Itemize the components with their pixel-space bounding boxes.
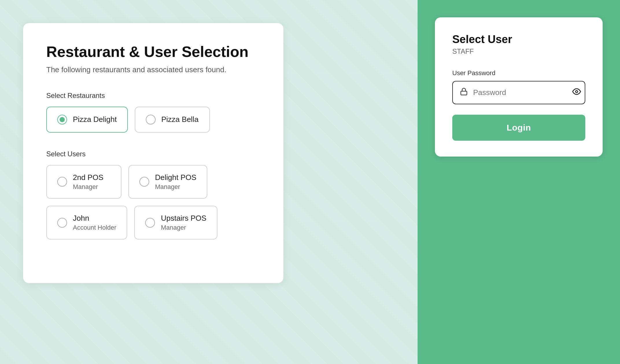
user-role-2nd-pos: Manager [73, 183, 104, 191]
user-info-delight-pos: Delight POS Manager [155, 173, 196, 191]
user-name-upstairs-pos: Upstairs POS [161, 214, 206, 223]
users-section-label: Select Users [46, 150, 260, 158]
login-card: Select User STAFF User Password Login [435, 17, 603, 157]
svg-rect-0 [461, 91, 467, 95]
selection-card: Restaurant & User Selection The followin… [23, 23, 283, 283]
user-option-delight-pos[interactable]: Delight POS Manager [128, 165, 207, 199]
users-grid: 2nd POS Manager Delight POS Manager John… [46, 165, 260, 239]
user-name-delight-pos: Delight POS [155, 173, 196, 182]
lock-icon [460, 88, 468, 98]
user-info-upstairs-pos: Upstairs POS Manager [161, 214, 206, 231]
radio-circle-pizza-delight [57, 115, 67, 125]
login-button[interactable]: Login [452, 115, 585, 141]
radio-circle-delight-pos [139, 177, 149, 187]
radio-circle-pizza-bella [146, 115, 156, 125]
user-name-john: John [73, 214, 116, 223]
password-input[interactable] [473, 88, 567, 97]
user-option-2nd-pos[interactable]: 2nd POS Manager [46, 165, 121, 199]
radio-circle-upstairs-pos [145, 218, 155, 228]
user-role-upstairs-pos: Manager [161, 224, 206, 231]
password-label: User Password [452, 69, 585, 77]
restaurant-option-pizza-delight[interactable]: Pizza Delight [46, 107, 128, 133]
user-option-john[interactable]: John Account Holder [46, 206, 127, 239]
eye-icon[interactable] [572, 87, 581, 98]
page-title: Restaurant & User Selection [46, 43, 260, 61]
select-user-title: Select User [452, 33, 585, 46]
page-subtitle: The following restaurants and associated… [46, 65, 260, 74]
restaurant-name-pizza-bella: Pizza Bella [161, 115, 199, 124]
user-name-2nd-pos: 2nd POS [73, 173, 104, 182]
restaurants-section-label: Select Restaurants [46, 92, 260, 100]
user-role-john: Account Holder [73, 224, 116, 231]
user-info-john: John Account Holder [73, 214, 116, 231]
restaurant-grid: Pizza Delight Pizza Bella [46, 107, 260, 133]
restaurant-option-pizza-bella[interactable]: Pizza Bella [135, 107, 210, 133]
right-panel: Select User STAFF User Password Login [418, 0, 620, 364]
user-option-upstairs-pos[interactable]: Upstairs POS Manager [134, 206, 217, 239]
select-user-subtitle: STAFF [452, 47, 585, 55]
restaurant-name-pizza-delight: Pizza Delight [73, 115, 117, 124]
password-input-wrapper [452, 81, 585, 104]
user-info-2nd-pos: 2nd POS Manager [73, 173, 104, 191]
svg-point-1 [575, 90, 578, 93]
user-role-delight-pos: Manager [155, 183, 196, 191]
left-panel: Restaurant & User Selection The followin… [0, 0, 418, 364]
radio-circle-2nd-pos [57, 177, 67, 187]
radio-circle-john [57, 218, 67, 228]
